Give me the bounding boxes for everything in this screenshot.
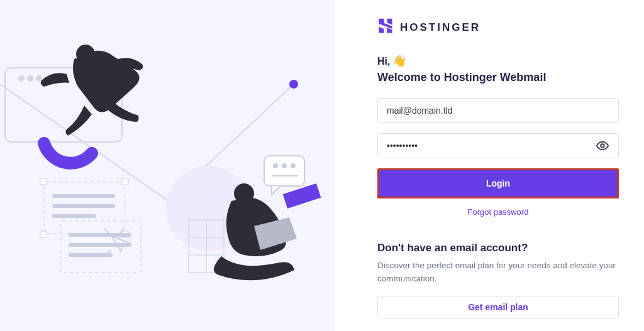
svg-point-3	[36, 76, 42, 81]
svg-rect-20	[264, 156, 304, 186]
email-field-wrap[interactable]	[377, 98, 619, 123]
email-field[interactable]	[387, 106, 609, 116]
svg-point-21	[274, 164, 277, 168]
svg-marker-36	[387, 28, 392, 33]
forgot-password-link[interactable]: Forgot password	[377, 207, 619, 217]
svg-marker-35	[379, 27, 384, 33]
login-button-highlight: Login	[377, 168, 619, 198]
hostinger-logo-icon	[377, 18, 394, 37]
cta-heading: Don't have an email account?	[377, 242, 619, 254]
greeting-hi: Hi,	[377, 56, 390, 67]
brand-name: HOSTINGER	[400, 21, 480, 34]
illustration-panel	[0, 0, 335, 331]
welcome-heading: Welcome to Hostinger Webmail	[377, 71, 619, 84]
svg-point-22	[282, 164, 286, 168]
password-field-wrap[interactable]	[377, 133, 619, 158]
get-email-plan-button[interactable]: Get email plan	[377, 296, 619, 318]
login-panel: HOSTINGER Hi, 👋 Welcome to Hostinger Web…	[335, 0, 644, 331]
login-button[interactable]: Login	[379, 170, 617, 197]
brand: HOSTINGER	[377, 18, 619, 37]
svg-point-29	[289, 80, 298, 89]
svg-point-38	[601, 144, 604, 148]
password-field[interactable]	[387, 141, 591, 151]
svg-marker-34	[387, 19, 392, 25]
svg-rect-30	[283, 183, 321, 209]
cta-body: Discover the perfect email plan for your…	[377, 259, 616, 286]
svg-point-1	[19, 76, 24, 81]
svg-rect-6	[40, 178, 47, 185]
show-password-icon[interactable]	[596, 139, 609, 153]
svg-rect-7	[122, 178, 128, 185]
svg-rect-8	[40, 231, 47, 237]
svg-point-2	[28, 76, 33, 81]
greeting-line: Hi, 👋	[377, 55, 619, 68]
svg-point-23	[291, 164, 295, 168]
wave-emoji-icon: 👋	[392, 54, 406, 68]
